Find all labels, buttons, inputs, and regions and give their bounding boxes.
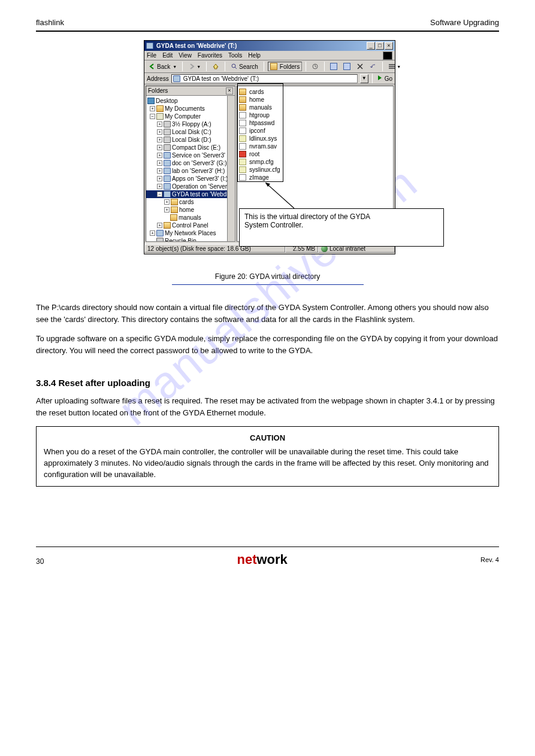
address-dropdown[interactable]: ▼ xyxy=(360,74,368,83)
controlpanel-icon xyxy=(164,222,171,229)
up-button[interactable] xyxy=(210,62,221,71)
views-button[interactable]: ▼ xyxy=(386,62,403,71)
delete-button[interactable] xyxy=(355,62,365,71)
menu-tools[interactable]: Tools xyxy=(228,52,242,59)
drive-icon xyxy=(173,75,180,82)
folder-icon xyxy=(239,89,246,95)
list-item[interactable]: home xyxy=(239,96,391,104)
tree-t-manuals[interactable]: manuals xyxy=(146,214,227,221)
copyto-icon xyxy=(343,63,350,70)
moveto-icon xyxy=(330,63,337,70)
netdrive-icon xyxy=(164,168,171,174)
figure-caption: Figure 20: GYDA virtual directory xyxy=(36,272,499,281)
drive-icon xyxy=(146,42,153,49)
list-item[interactable]: syslinux.cfg xyxy=(239,166,391,174)
tree-floppy[interactable]: +3½ Floppy (A:) xyxy=(146,120,227,128)
list-item[interactable]: zImage xyxy=(239,174,391,181)
list-item[interactable]: ldlinux.sys xyxy=(239,135,391,142)
tree-desktop[interactable]: Desktop xyxy=(146,97,227,105)
forward-button[interactable]: ▼ xyxy=(186,62,202,71)
folder-tree-pane: Folders × Desktop +My Documents −My Comp… xyxy=(146,86,235,242)
menu-file[interactable]: File xyxy=(147,52,156,59)
back-button[interactable]: Back▼ xyxy=(147,62,179,71)
list-item[interactable]: htgroup xyxy=(239,111,391,119)
netdrive-icon xyxy=(164,183,171,190)
tree-recycle[interactable]: Recycle Bin xyxy=(146,237,227,241)
move-to-button[interactable] xyxy=(328,62,339,71)
tree-i[interactable]: +Apps on 'Server3' (I:) xyxy=(146,175,227,183)
folders-pane-close[interactable]: × xyxy=(226,87,233,95)
maximize-button[interactable]: □ xyxy=(376,42,384,50)
list-item[interactable]: snmp.cfg xyxy=(239,158,391,166)
body-p2: To upgrade software on a specific GYDA m… xyxy=(36,333,499,356)
tree-t-home[interactable]: +home xyxy=(146,206,227,214)
list-item[interactable]: nvram.sav xyxy=(239,142,391,150)
file-icon xyxy=(239,127,246,134)
folder-tree[interactable]: Desktop +My Documents −My Computer +3½ F… xyxy=(146,96,227,241)
svg-rect-4 xyxy=(389,66,395,67)
tree-scrollbar[interactable] xyxy=(227,96,235,241)
list-item[interactable]: htpasswd xyxy=(239,119,391,127)
menu-help[interactable]: Help xyxy=(248,52,261,59)
tree-j[interactable]: +Operation on 'Server3' (J:) xyxy=(146,183,227,190)
tree-t-cards[interactable]: +cards xyxy=(146,198,227,206)
minimize-button[interactable]: _ xyxy=(367,42,375,50)
tree-t-selected[interactable]: −GYDA test on 'Webdrive' (T:) xyxy=(146,190,227,198)
views-icon xyxy=(388,63,395,70)
file-icon xyxy=(239,143,246,150)
titlebar[interactable]: GYDA test on 'Webdrive' (T:) _ □ × xyxy=(144,41,395,51)
folder-icon xyxy=(171,199,178,205)
desktop-icon xyxy=(147,98,155,104)
section-title: 3.8.4 Reset after uploading xyxy=(36,378,499,388)
menu-favorites[interactable]: Favorites xyxy=(198,52,222,59)
file-icon xyxy=(239,120,246,126)
go-button[interactable]: Go xyxy=(376,74,392,83)
folder-icon xyxy=(239,104,246,111)
undo-button[interactable] xyxy=(368,62,379,71)
callout-line2: System Controller. xyxy=(244,221,439,229)
list-item[interactable]: manuals xyxy=(239,104,391,111)
netdrive-icon xyxy=(164,191,171,198)
tree-e[interactable]: +Compact Disc (E:) xyxy=(146,144,227,151)
menu-view[interactable]: View xyxy=(179,52,192,59)
tree-cpanel[interactable]: +Control Panel xyxy=(146,221,227,229)
page-number: 30 xyxy=(36,557,44,566)
copy-to-button[interactable] xyxy=(341,62,352,71)
list-item[interactable]: root xyxy=(239,150,391,158)
folder-icon xyxy=(156,105,164,112)
header-right: Software Upgrading xyxy=(430,18,499,27)
tree-f[interactable]: +Service on 'Server3' (F:) xyxy=(146,151,227,159)
list-item[interactable]: cards xyxy=(239,88,391,96)
svg-line-1 xyxy=(235,67,237,69)
netdrive-icon xyxy=(164,152,171,159)
folder-icon xyxy=(170,214,177,221)
cfg-icon xyxy=(239,166,246,173)
tree-h[interactable]: +lab on 'Server3' (H:) xyxy=(146,167,227,175)
tree-c[interactable]: +Local Disk (C:) xyxy=(146,128,227,136)
cd-icon xyxy=(164,144,171,151)
search-button[interactable]: Search xyxy=(229,62,260,71)
forward-icon xyxy=(188,63,195,70)
file-icon xyxy=(239,174,246,181)
cfg-icon xyxy=(239,159,246,165)
footer-logo: network xyxy=(237,552,288,567)
tree-mydocs[interactable]: +My Documents xyxy=(146,105,227,113)
svg-line-6 xyxy=(265,183,294,208)
drive-icon xyxy=(164,136,171,143)
svg-rect-5 xyxy=(389,68,395,69)
list-item[interactable]: ipconf xyxy=(239,127,391,135)
tree-d[interactable]: +Local Disk (D:) xyxy=(146,136,227,144)
footer-rule xyxy=(36,546,499,547)
search-icon xyxy=(231,63,238,70)
netdrive-icon xyxy=(164,160,171,166)
menu-edit[interactable]: Edit xyxy=(162,52,173,59)
address-input[interactable]: GYDA test on 'Webdrive' (T:) xyxy=(171,74,358,83)
recycle-icon xyxy=(156,238,164,241)
tree-netplaces[interactable]: +My Network Places xyxy=(146,229,227,237)
computer-icon xyxy=(156,113,164,120)
folders-button[interactable]: Folders xyxy=(268,62,302,71)
tree-g[interactable]: +doc on 'Server3' (G:) xyxy=(146,159,227,167)
tree-mycomp[interactable]: −My Computer xyxy=(146,113,227,120)
history-button[interactable] xyxy=(310,62,321,71)
close-button[interactable]: × xyxy=(385,42,393,50)
